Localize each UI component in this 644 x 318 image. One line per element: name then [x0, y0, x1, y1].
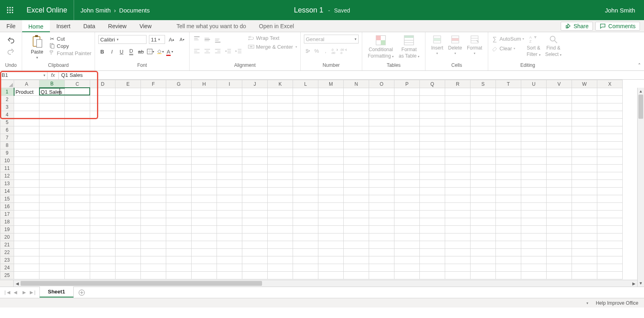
cell-P8[interactable]: [394, 142, 420, 149]
cell-P12[interactable]: [394, 172, 420, 180]
cell-L11[interactable]: [293, 165, 318, 172]
cell-R13[interactable]: [445, 180, 471, 188]
cell-K3[interactable]: [268, 103, 293, 111]
cell-A6[interactable]: [14, 126, 39, 134]
cell-U22[interactable]: [521, 249, 547, 256]
name-box[interactable]: B1▾: [0, 71, 47, 79]
cell-M20[interactable]: [318, 233, 344, 241]
cell-R22[interactable]: [445, 249, 471, 256]
cell-C12[interactable]: [65, 172, 90, 180]
cell-A20[interactable]: [14, 233, 39, 241]
font-name-select[interactable]: Calibri▾: [98, 35, 147, 44]
cell-R9[interactable]: [445, 149, 471, 157]
cell-S25[interactable]: [471, 272, 496, 279]
cell-P19[interactable]: [394, 226, 420, 233]
cell-L10[interactable]: [293, 157, 318, 165]
column-header-H[interactable]: H: [192, 80, 217, 88]
cell-E22[interactable]: [116, 249, 141, 256]
cell-X3[interactable]: [597, 103, 623, 111]
cell-H23[interactable]: [192, 256, 217, 264]
cell-J23[interactable]: [242, 256, 268, 264]
cell-Q22[interactable]: [420, 249, 445, 256]
cell-K22[interactable]: [268, 249, 293, 256]
column-header-A[interactable]: A: [14, 80, 39, 88]
cell-R12[interactable]: [445, 172, 471, 180]
cell-G23[interactable]: [166, 256, 192, 264]
cell-S7[interactable]: [471, 134, 496, 142]
column-header-T[interactable]: T: [496, 80, 521, 88]
cell-W7[interactable]: [572, 134, 597, 142]
cell-T19[interactable]: [496, 226, 521, 233]
cell-D8[interactable]: [90, 142, 116, 149]
cell-E15[interactable]: [116, 195, 141, 203]
cell-R2[interactable]: [445, 96, 471, 103]
cell-H12[interactable]: [192, 172, 217, 180]
cell-T20[interactable]: [496, 233, 521, 241]
cell-N23[interactable]: [344, 256, 369, 264]
cell-J7[interactable]: [242, 134, 268, 142]
cell-H5[interactable]: [192, 119, 217, 126]
cell-S14[interactable]: [471, 188, 496, 195]
cell-G8[interactable]: [166, 142, 192, 149]
cell-V16[interactable]: [547, 203, 572, 211]
cell-Q4[interactable]: [420, 111, 445, 119]
column-header-O[interactable]: O: [369, 80, 394, 88]
cell-C15[interactable]: [65, 195, 90, 203]
cell-Q12[interactable]: [420, 172, 445, 180]
cell-M2[interactable]: [318, 96, 344, 103]
cell-A25[interactable]: [14, 272, 39, 279]
column-header-X[interactable]: X: [597, 80, 623, 88]
cell-M14[interactable]: [318, 188, 344, 195]
cell-L23[interactable]: [293, 256, 318, 264]
cell-Q24[interactable]: [420, 264, 445, 272]
cell-H13[interactable]: [192, 180, 217, 188]
column-header-E[interactable]: E: [116, 80, 141, 88]
cell-F19[interactable]: [141, 226, 166, 233]
cell-U4[interactable]: [521, 111, 547, 119]
cell-O8[interactable]: [369, 142, 394, 149]
tab-file[interactable]: File: [0, 20, 22, 32]
cell-U5[interactable]: [521, 119, 547, 126]
cell-H11[interactable]: [192, 165, 217, 172]
cell-M9[interactable]: [318, 149, 344, 157]
cell-Q2[interactable]: [420, 96, 445, 103]
cell-N5[interactable]: [344, 119, 369, 126]
font-size-select[interactable]: 11▾: [149, 35, 165, 44]
cell-X1[interactable]: [597, 88, 623, 96]
cell-J17[interactable]: [242, 211, 268, 218]
cell-Q10[interactable]: [420, 157, 445, 165]
cell-W19[interactable]: [572, 226, 597, 233]
cell-B18[interactable]: [39, 218, 65, 226]
cell-E7[interactable]: [116, 134, 141, 142]
cell-K6[interactable]: [268, 126, 293, 134]
cell-J14[interactable]: [242, 188, 268, 195]
cell-T17[interactable]: [496, 211, 521, 218]
cell-H21[interactable]: [192, 241, 217, 249]
cell-Q18[interactable]: [420, 218, 445, 226]
cell-R17[interactable]: [445, 211, 471, 218]
cell-E2[interactable]: [116, 96, 141, 103]
cell-B12[interactable]: [39, 172, 65, 180]
cell-K5[interactable]: [268, 119, 293, 126]
cell-V21[interactable]: [547, 241, 572, 249]
cell-K8[interactable]: [268, 142, 293, 149]
cell-K19[interactable]: [268, 226, 293, 233]
cell-J22[interactable]: [242, 249, 268, 256]
cell-E11[interactable]: [116, 165, 141, 172]
align-center-button[interactable]: [203, 47, 211, 56]
cell-W11[interactable]: [572, 165, 597, 172]
column-header-I[interactable]: I: [217, 80, 242, 88]
cell-U11[interactable]: [521, 165, 547, 172]
cell-N18[interactable]: [344, 218, 369, 226]
cell-F6[interactable]: [141, 126, 166, 134]
cell-N24[interactable]: [344, 264, 369, 272]
cell-P11[interactable]: [394, 165, 420, 172]
column-header-R[interactable]: R: [445, 80, 471, 88]
column-header-S[interactable]: S: [471, 80, 496, 88]
cell-R25[interactable]: [445, 272, 471, 279]
decrease-indent-button[interactable]: [224, 47, 232, 56]
cell-G2[interactable]: [166, 96, 192, 103]
cell-S1[interactable]: [471, 88, 496, 96]
cell-J21[interactable]: [242, 241, 268, 249]
cell-H1[interactable]: [192, 88, 217, 96]
